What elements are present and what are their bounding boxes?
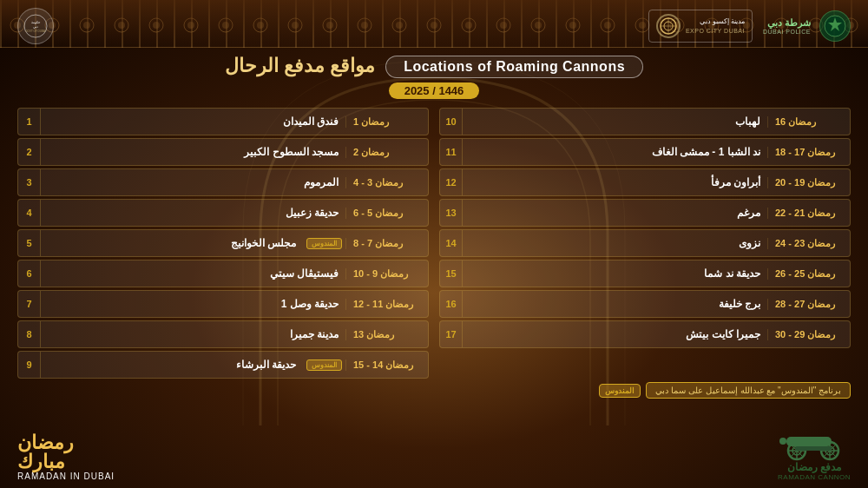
row-location: حديقة ند شما — [463, 267, 767, 280]
table-row: 13 مرغم رمضان 21 - 22 — [439, 199, 851, 227]
row-ramadan: رمضان 7 - 8 — [345, 238, 428, 249]
row-location: جميرا كايت بيتش — [463, 328, 767, 340]
row-ramadan: رمضان 25 - 26 — [767, 268, 850, 280]
svg-text:GOVT OF DUBAI: GOVT OF DUBAI — [25, 30, 46, 33]
row-number: 16 — [440, 291, 463, 317]
row-location: فندق الميدان — [41, 115, 345, 128]
svg-rect-23 — [795, 446, 832, 451]
row-location: حديقة زعبيل — [41, 207, 345, 219]
row-location: ند الشبا 1 - ممشى الغاف — [463, 146, 767, 158]
cannon-logo: مدفع رمضان RAMADAN CANNON — [778, 418, 851, 481]
row-number: 15 — [440, 260, 463, 287]
row-location: لهباب — [463, 115, 767, 128]
expo-text: مدينة إكسبو دبي EXPO CITY DUBAI — [686, 17, 745, 34]
row-ramadan: رمضان 5 - 6 — [345, 208, 428, 219]
row-ramadan: رمضان 11 - 12 — [345, 299, 428, 310]
bottom-program-row: المندوس برنامج "المندوس" مع عبدالله إسما… — [17, 382, 851, 399]
row-number: 7 — [18, 291, 41, 317]
title-english: Locations of Roaming Cannons — [404, 59, 625, 74]
table-row: 5 مجلس الخوانيج المندوس رمضان 7 - 8 — [17, 229, 429, 257]
expo-icon — [656, 14, 681, 38]
row-ramadan: رمضان 23 - 24 — [767, 238, 850, 249]
row-number: 10 — [440, 109, 463, 135]
row-ramadan: رمضان 2 — [345, 147, 428, 158]
row-location: مدينة جميرا — [41, 328, 345, 340]
row-location: مجلس الخوانيج — [41, 237, 303, 249]
row-number: 13 — [440, 200, 463, 226]
row-location: المرموم — [41, 176, 345, 188]
svg-point-24 — [779, 438, 786, 445]
row-number: 14 — [440, 230, 463, 256]
expo-city-logo: مدينة إكسبو دبي EXPO CITY DUBAI — [648, 10, 753, 43]
row-number: 6 — [18, 260, 41, 287]
table-row: 12 أبراون مرفأ رمضان 19 - 20 — [439, 168, 851, 196]
gov-dubai-logo: حكومة دبي GOVT OF DUBAI — [17, 8, 54, 44]
row-ramadan: رمضان 16 — [767, 116, 850, 128]
row-location: حديقة البرشاء — [41, 359, 303, 371]
table-row: 9 حديقة البرشاء المندوس رمضان 14 - 15 — [17, 351, 429, 379]
ramadan-text-en: RAMADAN IN DUBAI — [17, 472, 115, 481]
row-ramadan: رمضان 14 - 15 — [345, 359, 428, 371]
row-ramadan: رمضان 3 - 4 — [345, 177, 428, 188]
row-ramadan: رمضان 29 - 30 — [767, 329, 850, 340]
row-location: مسجد السطوح الكبير — [41, 146, 345, 158]
row-location: نزوى — [463, 237, 767, 249]
table-row: 7 حديقة وصل 1 رمضان 11 - 12 — [17, 290, 429, 318]
table-row: 15 حديقة ند شما رمضان 25 - 26 — [439, 260, 851, 287]
row-location: حديقة وصل 1 — [41, 298, 345, 310]
row-number: 1 — [18, 109, 41, 135]
table-row: 1 فندق الميدان رمضان 1 — [17, 108, 429, 135]
row-location: فيستيڤال سيتي — [41, 267, 345, 280]
row-ramadan: رمضان 17 - 18 — [767, 147, 850, 158]
row-number: 12 — [440, 169, 463, 195]
row-number: 8 — [18, 321, 41, 347]
table-row: 16 برج خليفة رمضان 27 - 28 — [439, 290, 851, 318]
row-location: برج خليفة — [463, 298, 767, 310]
row-location: مرغم — [463, 207, 767, 219]
row-number: 17 — [440, 321, 463, 347]
row-ramadan: رمضان 27 - 28 — [767, 299, 850, 310]
cannon-text-ar: مدفع رمضان — [787, 461, 841, 473]
mandoos-badge-inline: المندوس — [303, 359, 345, 371]
svg-rect-22 — [786, 437, 832, 446]
program-badge: برنامج "المندوس" مع عبدالله إسماعيل على … — [646, 382, 851, 399]
mandoos-badge-bottom: المندوس — [599, 384, 641, 398]
row-ramadan: رمضان 1 — [345, 116, 428, 128]
row-number: 9 — [18, 352, 41, 378]
mandoos-badge-inline: المندوس — [303, 238, 345, 249]
row-number: 4 — [18, 200, 41, 226]
ramadan-dubai-logo: رمضان مبارك RAMADAN IN DUBAI — [17, 433, 115, 481]
dubai-police-logo: شرطة دبي DUBAI POLICE — [763, 10, 851, 42]
table-row: 10 لهباب رمضان 16 — [439, 108, 851, 135]
cannon-svg — [779, 418, 849, 461]
table-row: 2 مسجد السطوح الكبير رمضان 2 — [17, 138, 429, 166]
left-table: 1 فندق الميدان رمضان 1 2 مسجد السطوح الك… — [17, 108, 429, 379]
table-row: 4 حديقة زعبيل رمضان 5 - 6 — [17, 199, 429, 227]
ramadan-text-ar-2: مبارك — [17, 452, 65, 472]
row-ramadan: رمضان 9 - 10 — [345, 268, 428, 280]
row-ramadan: رمضان 19 - 20 — [767, 177, 850, 188]
logo-right: مدينة إكسبو دبي EXPO CITY DUBAI شرطة دبي… — [648, 10, 851, 43]
year-badge: 2025 / 1446 — [389, 82, 480, 99]
cannon-text-en: RAMADAN CANNON — [778, 473, 851, 481]
mandoos-label: المندوس — [605, 386, 635, 395]
main-content: مواقع مدفع الرحال Locations of Roaming C… — [17, 48, 851, 479]
title-english-box: Locations of Roaming Cannons — [385, 56, 643, 78]
row-number: 3 — [18, 169, 41, 195]
row-number: 11 — [440, 139, 463, 165]
logo-left: حكومة دبي GOVT OF DUBAI — [17, 8, 54, 44]
table-row: 8 مدينة جميرا رمضان 13 — [17, 320, 429, 348]
row-ramadan: رمضان 13 — [345, 329, 428, 340]
right-table: 10 لهباب رمضان 16 11 ند الشبا 1 - ممشى ا… — [439, 108, 851, 379]
header-bar: حكومة دبي GOVT OF DUBAI مدينة إكسبو دبي … — [0, 4, 868, 48]
table-row: 14 نزوى رمضان 23 - 24 — [439, 229, 851, 257]
table-row: 17 جميرا كايت بيتش رمضان 29 - 30 — [439, 320, 851, 348]
row-number: 2 — [18, 139, 41, 165]
row-number: 5 — [18, 230, 41, 256]
svg-text:دبي: دبي — [33, 24, 38, 29]
title-section: مواقع مدفع الرحال Locations of Roaming C… — [225, 55, 643, 99]
row-ramadan: رمضان 21 - 22 — [767, 208, 850, 219]
tables-container: 1 فندق الميدان رمضان 1 2 مسجد السطوح الك… — [17, 108, 851, 379]
police-badge-icon — [819, 10, 851, 42]
cannon-icon — [779, 418, 849, 461]
